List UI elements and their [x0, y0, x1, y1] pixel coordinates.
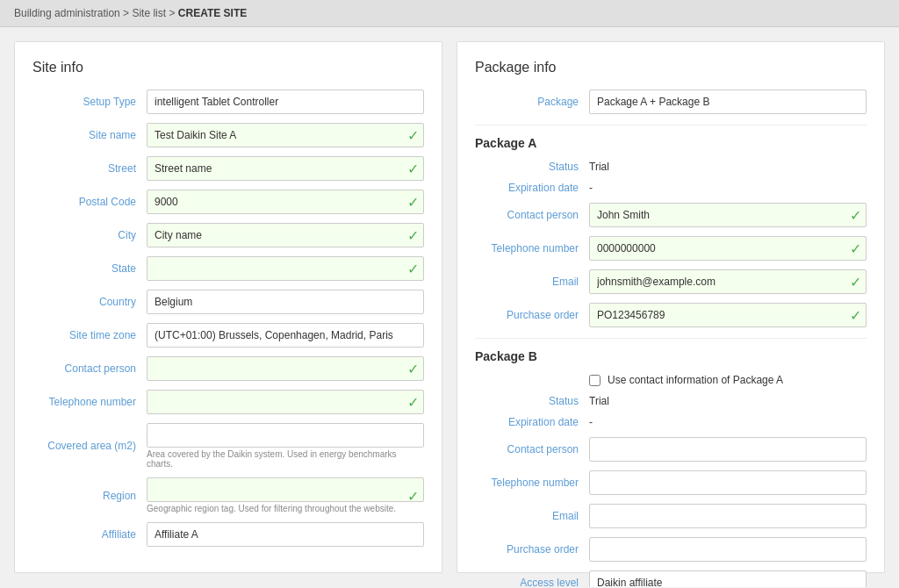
contact-person-label: Contact person — [32, 362, 147, 375]
street-label: Street — [32, 162, 147, 175]
state-row: State ✓ — [32, 256, 424, 281]
affiliate-field: Affiliate A — [147, 522, 424, 547]
street-input[interactable] — [147, 156, 424, 181]
pkg-a-email-field: ✓ — [589, 269, 867, 294]
site-name-label: Site name — [32, 129, 147, 141]
package-info-title: Package info — [475, 60, 867, 75]
region-input[interactable] — [147, 477, 424, 502]
pkg-b-phone-row: Telephone number — [475, 470, 867, 495]
pkg-b-email-input[interactable] — [589, 504, 867, 528]
pkg-a-purchase-row: Purchase order ✓ — [475, 303, 867, 327]
telephone-row: Telephone number ✓ — [32, 390, 424, 414]
pkg-a-phone-input[interactable] — [589, 236, 867, 261]
pkg-a-purchase-checkmark: ✓ — [850, 307, 861, 324]
pkg-a-phone-label: Telephone number — [475, 242, 589, 255]
covered-area-input[interactable] — [147, 423, 424, 448]
pkg-b-expiry-row: Expiration date - — [475, 416, 867, 428]
site-name-input[interactable] — [147, 123, 424, 147]
pkg-a-phone-checkmark: ✓ — [850, 240, 861, 257]
pkg-b-purchase-input[interactable] — [589, 537, 867, 562]
pkg-b-purchase-row: Purchase order — [475, 537, 867, 562]
pkg-b-phone-field — [589, 470, 867, 495]
breadcrumb-building-admin[interactable]: Building administration — [14, 7, 120, 19]
pkg-a-email-row: Email ✓ — [475, 269, 867, 294]
site-name-row: Site name ✓ — [32, 123, 424, 147]
pkg-b-phone-input[interactable] — [589, 470, 867, 495]
state-input[interactable] — [147, 256, 424, 281]
pkg-b-contact-input[interactable] — [589, 437, 867, 462]
site-name-checkmark: ✓ — [407, 127, 419, 144]
pkg-a-purchase-field: ✓ — [589, 303, 867, 327]
telephone-input[interactable] — [147, 390, 424, 414]
pkg-a-expiry-value: - — [589, 182, 867, 194]
country-select[interactable]: Belgium — [147, 290, 424, 314]
pkg-b-status-label: Status — [475, 395, 589, 407]
contact-person-input[interactable] — [147, 356, 424, 381]
setup-type-label: Setup Type — [32, 96, 147, 108]
pkg-b-status-row: Status Trial — [475, 395, 867, 407]
pkg-a-email-label: Email — [475, 276, 589, 288]
region-label: Region — [32, 490, 147, 502]
postal-code-label: Postal Code — [32, 196, 147, 208]
covered-area-row: Covered area (m2) Area covered by the Da… — [32, 423, 424, 469]
pkg-a-contact-checkmark: ✓ — [850, 207, 861, 224]
covered-area-label: Covered area (m2) — [32, 440, 147, 452]
covered-area-hint: Area covered by the Daikin system. Used … — [147, 449, 424, 469]
pkg-a-contact-input[interactable] — [589, 203, 867, 227]
region-hint: Geographic region tag. Used for filterin… — [147, 504, 424, 513]
setup-type-select[interactable]: intelligent Tablet Controller — [147, 90, 424, 114]
city-field: ✓ — [147, 223, 424, 247]
contact-person-checkmark: ✓ — [407, 361, 419, 377]
pkg-a-status-value: Trial — [589, 161, 867, 173]
pkg-b-contact-label: Contact person — [475, 443, 589, 455]
timezone-label: Site time zone — [32, 329, 147, 341]
package-select[interactable]: Package A + Package B — [589, 90, 867, 114]
pkg-a-purchase-input[interactable] — [589, 303, 867, 327]
telephone-field: ✓ — [147, 390, 424, 414]
city-input[interactable] — [147, 223, 424, 247]
timezone-field: (UTC+01:00) Brussels, Copenhagen, Madrid… — [147, 323, 424, 348]
site-info-title: Site info — [32, 60, 424, 75]
site-info-panel: Site info Setup Type intelligent Tablet … — [14, 41, 442, 573]
postal-code-input[interactable] — [147, 190, 424, 214]
pkg-b-status-value: Trial — [589, 395, 867, 407]
pkg-a-contact-field: ✓ — [589, 203, 867, 227]
package-selector-row: Package Package A + Package B — [475, 90, 867, 114]
use-contact-label: Use contact information of Package A — [608, 374, 783, 386]
pkg-a-status-label: Status — [475, 161, 589, 173]
package-a-title: Package A — [475, 136, 867, 150]
city-row: City ✓ — [32, 223, 424, 247]
pkg-b-contact-field — [589, 437, 867, 462]
affiliate-select[interactable]: Affiliate A — [147, 522, 424, 547]
timezone-select[interactable]: (UTC+01:00) Brussels, Copenhagen, Madrid… — [147, 323, 424, 348]
use-contact-checkbox[interactable] — [589, 375, 601, 386]
region-row: Region ✓ Geographic region tag. Used for… — [32, 477, 424, 513]
pkg-a-status-row: Status Trial — [475, 161, 867, 173]
pkg-b-phone-label: Telephone number — [475, 477, 589, 489]
contact-person-field: ✓ — [147, 356, 424, 381]
street-checkmark: ✓ — [407, 161, 419, 177]
breadcrumb-create-site: CREATE SITE — [178, 7, 247, 19]
breadcrumb-site-list[interactable]: Site list — [132, 7, 166, 19]
postal-code-field: ✓ — [147, 190, 424, 214]
use-contact-row: Use contact information of Package A — [475, 374, 867, 386]
pkg-a-expiry-label: Expiration date — [475, 182, 589, 194]
pkg-b-email-field — [589, 504, 867, 528]
pkg-a-email-input[interactable] — [589, 269, 867, 294]
street-field: ✓ — [147, 156, 424, 181]
package-selector-field: Package A + Package B — [589, 90, 867, 114]
region-checkmark: ✓ — [407, 487, 419, 504]
pkg-a-expiry-row: Expiration date - — [475, 182, 867, 194]
city-label: City — [32, 229, 147, 241]
package-b-title: Package B — [475, 349, 867, 363]
street-row: Street ✓ — [32, 156, 424, 181]
package-info-panel: Package info Package Package A + Package… — [457, 41, 885, 573]
package-selector-label: Package — [475, 96, 589, 108]
pkg-a-contact-row: Contact person ✓ — [475, 203, 867, 227]
postal-code-row: Postal Code ✓ — [32, 190, 424, 214]
country-field: Belgium — [147, 290, 424, 314]
pkg-b-access-select[interactable]: Daikin affiliate — [589, 570, 867, 587]
city-checkmark: ✓ — [407, 227, 419, 244]
state-checkmark: ✓ — [407, 261, 419, 277]
affiliate-label: Affiliate — [32, 528, 147, 541]
